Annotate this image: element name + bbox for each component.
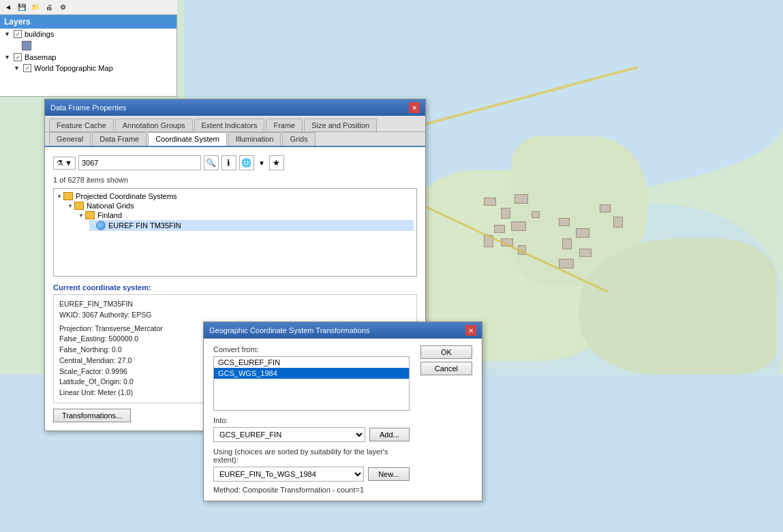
search-button[interactable]: 🔍 (204, 155, 219, 170)
tree-item-national-grids[interactable]: ▼ National Grids (67, 201, 414, 210)
tab-size-and-position[interactable]: Size and Position (304, 119, 377, 131)
folder-national-icon (74, 202, 84, 210)
checkbox-world-topo[interactable] (23, 64, 31, 72)
items-count: 1 of 6278 items shown (53, 176, 417, 184)
expand-icon-world-topo[interactable]: ▼ (14, 65, 20, 72)
tree-label-national-grids: National Grids (87, 202, 134, 210)
using-select[interactable]: EUREF_FIN_To_WGS_1984 (213, 467, 364, 482)
toolbar: ◄ 💾 📁 🖨 ⚙ (0, 0, 177, 15)
expand-national: ▼ (67, 203, 74, 209)
using-select-row: EUREF_FIN_To_WGS_1984 New... (213, 467, 410, 482)
filter-button[interactable]: ⚗ ▼ (53, 157, 76, 170)
dialog-button-row: OK Cancel (420, 345, 472, 494)
cs-name: EUREF_FIN_TM35FIN (59, 299, 411, 310)
cancel-button[interactable]: Cancel (420, 362, 472, 375)
convert-from-label: Convert from: (213, 345, 410, 354)
current-cs-label: Current coordinate system: (53, 283, 417, 292)
tab-grids[interactable]: Grids (282, 132, 315, 146)
new-button[interactable]: New... (368, 467, 410, 481)
checkbox-buildings[interactable] (14, 30, 22, 38)
geo-transform-title-bar: Geographic Coordinate System Transformat… (204, 322, 482, 339)
expand-projected: ▼ (57, 193, 63, 200)
method-value: Composite Transformation - count=1 (243, 486, 364, 494)
tab-feature-cache[interactable]: Feature Cache (49, 119, 114, 131)
into-select[interactable]: GCS_EUREF_FIN (213, 427, 365, 442)
tab-illumination[interactable]: Illumination (228, 132, 281, 146)
tree-item-projected[interactable]: ▼ Projected Coordinate Systems (57, 191, 414, 201)
geo-transform-dialog: Geographic Coordinate System Transformat… (203, 322, 482, 501)
checkbox-basemap[interactable] (14, 53, 22, 61)
tab-general[interactable]: General (49, 132, 91, 146)
tab-frame[interactable]: Frame (266, 119, 303, 131)
dropdown-arrow[interactable]: ▼ (257, 159, 266, 167)
dialog-title-bar: Data Frame Properties ✕ (45, 99, 425, 116)
tab-extent-indicators[interactable]: Extent Indicators (194, 119, 265, 131)
into-row: Into: GCS_EUREF_FIN Add... (213, 416, 410, 442)
add-button[interactable]: Add... (369, 428, 410, 441)
layer-item-world-topo[interactable]: ▼ World Topographic Map (0, 63, 176, 74)
folder-finland-icon (85, 211, 95, 219)
tabs-row2: General Data Frame Coordinate System Ill… (45, 132, 425, 147)
layer-color-swatch (22, 41, 31, 50)
convert-from-list[interactable]: GCS_EUREF_FIN GCS_WGS_1984 (213, 356, 410, 411)
layer-item-color-swatch (0, 40, 176, 52)
using-section: Using (choices are sorted by suitability… (213, 448, 410, 482)
globe-button[interactable]: 🌐 (239, 155, 254, 170)
tab-coordinate-system[interactable]: Coordinate System (148, 132, 227, 146)
into-label: Into: (213, 416, 410, 424)
folder-projected-icon (63, 192, 73, 200)
layer-name-buildings: buildings (25, 30, 54, 38)
layer-panel-header: Layers (0, 15, 176, 29)
search-row: ⚗ ▼ 🔍 ℹ 🌐 ▼ ★ (53, 155, 417, 170)
method-text: Method: Composite Transformation - count… (213, 486, 410, 494)
dialog-title: Data Frame Properties (50, 104, 126, 112)
method-label: Method: (213, 486, 241, 494)
layer-panel: Layers ▼ buildings ▼ Basemap ▼ World Top… (0, 15, 177, 97)
layer-item-basemap[interactable]: ▼ Basemap (0, 52, 176, 63)
convert-item-gcs-euref-fin[interactable]: GCS_EUREF_FIN (214, 357, 409, 368)
save-icon[interactable]: 💾 (16, 2, 27, 13)
using-label: Using (choices are sorted by suitability… (213, 448, 410, 464)
geo-transform-close-button[interactable]: ✕ (465, 325, 476, 336)
transform-content: Convert from: GCS_EUREF_FIN GCS_WGS_1984… (204, 339, 482, 501)
geo-transform-title: Geographic Coordinate System Transformat… (209, 326, 369, 334)
convert-item-gcs-wgs-1984[interactable]: GCS_WGS_1984 (214, 368, 409, 379)
tree-item-finland[interactable]: ▼ Finland (78, 210, 414, 220)
dialog-close-button[interactable]: ✕ (409, 102, 420, 113)
tree-label-projected: Projected Coordinate Systems (76, 192, 177, 200)
globe-euref-icon (96, 221, 106, 230)
coordinate-system-tree[interactable]: ▼ Projected Coordinate Systems ▼ Nationa… (53, 188, 417, 277)
tree-label-finland: Finland (97, 211, 122, 219)
tree-item-euref-fin[interactable]: EUREF FIN TM35FIN (89, 220, 414, 231)
into-col: Into: GCS_EUREF_FIN Add... (213, 416, 410, 442)
ok-button[interactable]: OK (420, 345, 472, 359)
search-input[interactable] (78, 155, 201, 170)
star-button[interactable]: ★ (269, 155, 284, 170)
tree-label-euref-fin: EUREF FIN TM35FIN (108, 221, 181, 230)
layer-item-buildings[interactable]: ▼ buildings (0, 29, 176, 40)
expand-finland: ▼ (78, 213, 85, 219)
filter-dropdown-icon: ▼ (65, 159, 72, 167)
cs-wkid: WKID: 3067 Authority: EPSG (59, 310, 411, 321)
transform-left-col: Convert from: GCS_EUREF_FIN GCS_WGS_1984… (213, 345, 410, 494)
tabs-row1: Feature Cache Annotation Groups Extent I… (45, 116, 425, 132)
layer-panel-title: Layers (4, 17, 31, 27)
expand-icon[interactable]: ▼ (4, 31, 11, 37)
layer-name-world-topo: World Topographic Map (34, 64, 113, 72)
transformations-button[interactable]: Transformations... (53, 409, 131, 422)
transform-main-row: Convert from: GCS_EUREF_FIN GCS_WGS_1984… (213, 345, 472, 494)
layer-name-basemap: Basemap (25, 53, 56, 61)
back-icon[interactable]: ◄ (3, 2, 14, 13)
filter-icon: ⚗ (57, 159, 63, 168)
tab-data-frame[interactable]: Data Frame (92, 132, 147, 146)
expand-icon-basemap[interactable]: ▼ (4, 54, 11, 61)
print-icon[interactable]: 🖨 (44, 2, 55, 13)
into-select-row: GCS_EUREF_FIN Add... (213, 427, 410, 442)
tab-annotation-groups[interactable]: Annotation Groups (115, 119, 193, 131)
info-button[interactable]: ℹ (221, 155, 236, 170)
folder-icon[interactable]: 📁 (30, 2, 41, 13)
settings-icon[interactable]: ⚙ (57, 2, 68, 13)
